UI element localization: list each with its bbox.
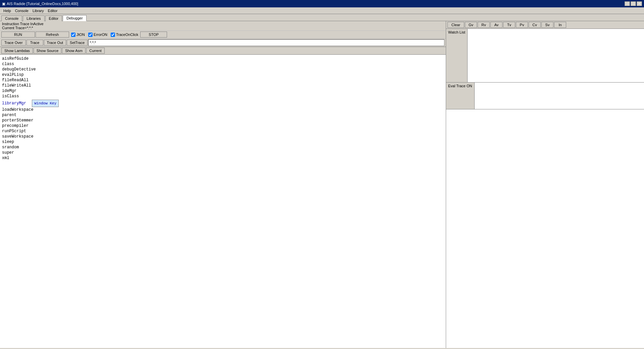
jtOn-checkbox[interactable]: [71, 33, 75, 37]
run-button[interactable]: RUN: [1, 32, 35, 38]
refresh-button[interactable]: Refresh: [36, 32, 69, 38]
toolbar-row-3: Show Lambdas Show Source Show Asm Curren…: [0, 47, 446, 55]
watch-section: Watch List: [446, 29, 644, 83]
eval-trace-label: Eval Trace ON: [446, 83, 475, 109]
jtOn-checkbox-label[interactable]: JtON: [71, 33, 85, 37]
sv-button[interactable]: Sv: [541, 22, 553, 28]
close-button[interactable]: ✕: [637, 1, 642, 6]
content-area[interactable]: aisRefGuide class debugDetective evalPLi…: [0, 55, 446, 348]
window-title: AIS Radide [Tutorial_OnlineDocs,1000,400…: [7, 2, 78, 6]
current-button[interactable]: Current: [86, 48, 105, 54]
menu-console[interactable]: Console: [13, 8, 31, 13]
main-area: Instruction Trace InActive Current Trace…: [0, 21, 644, 348]
rv-button[interactable]: Rv: [478, 22, 490, 28]
list-item: aisRefGuide: [2, 56, 444, 61]
list-item: saveWorkspace: [2, 134, 444, 139]
list-item: evalPLisp: [2, 72, 444, 78]
list-item: isClass: [2, 94, 444, 99]
show-lambdas-button[interactable]: Show Lambdas: [1, 48, 33, 54]
list-item: libraryMgr Window Key: [2, 99, 444, 107]
window-key-tooltip: Window Key: [32, 100, 59, 107]
menu-bar: Help Console Library Editor: [0, 7, 644, 14]
list-item: sleep: [2, 139, 444, 145]
title-bar-controls: ─ □ ✕: [625, 1, 642, 6]
errorOn-label: ErrorON: [94, 33, 107, 37]
trace-over-button[interactable]: Trace Over: [1, 40, 26, 46]
list-item: ideMgr: [2, 88, 444, 94]
list-item: loadWorkspace: [2, 107, 444, 112]
tv-button[interactable]: Tv: [503, 22, 515, 28]
list-item: fileWriteAll: [2, 83, 444, 88]
stop-button[interactable]: STOP: [140, 32, 167, 38]
right-panel: Clear Gv Rv Av Tv Pv Cv Sv In Watch List…: [446, 21, 644, 348]
tab-libraries[interactable]: Libraries: [23, 15, 44, 21]
menu-help[interactable]: Help: [1, 8, 13, 13]
current-trace-label: Current Trace=*:*:*: [2, 26, 444, 30]
show-asm-button[interactable]: Show Asm: [62, 48, 86, 54]
list-item: porterStemmer: [2, 118, 444, 123]
toolbar-row-2: Trace Over Trace Trace Out SetTrace: [0, 39, 446, 47]
errorOn-checkbox[interactable]: [88, 33, 93, 37]
list-item: class: [2, 61, 444, 67]
tab-debugger[interactable]: Debugger: [63, 15, 86, 21]
menu-editor[interactable]: Editor: [46, 8, 60, 13]
trace-button[interactable]: Trace: [26, 40, 43, 46]
title-bar-left: ▣ AIS Radide [Tutorial_OnlineDocs,1000,4…: [2, 2, 78, 6]
jtOn-label: JtON: [76, 33, 85, 37]
tab-editor[interactable]: Editor: [45, 15, 62, 21]
tabs-row: Console Libraries Editor Debugger: [0, 14, 644, 21]
gv-button[interactable]: Gv: [465, 22, 477, 28]
trace-out-button[interactable]: Trace Out: [44, 40, 66, 46]
cv-button[interactable]: Cv: [529, 22, 541, 28]
watch-list-content[interactable]: [468, 29, 644, 82]
info-bar: Instruction Trace InActive Current Trace…: [0, 21, 446, 31]
window-icon: ▣: [2, 2, 5, 6]
errorOn-checkbox-label[interactable]: ErrorON: [88, 33, 107, 37]
trace-input[interactable]: [88, 39, 444, 46]
pv-button[interactable]: Pv: [516, 22, 528, 28]
list-item: super: [2, 150, 444, 155]
left-panel: Instruction Trace InActive Current Trace…: [0, 21, 446, 348]
bottom-section[interactable]: [446, 109, 644, 348]
list-item: debugDetective: [2, 67, 444, 72]
list-item: precompiler: [2, 123, 444, 129]
traceOnClick-checkbox[interactable]: [111, 33, 115, 37]
list-item: xml: [2, 155, 444, 161]
in-button[interactable]: In: [554, 22, 566, 28]
list-item: runPScript: [2, 129, 444, 134]
minimize-button[interactable]: ─: [625, 1, 630, 6]
set-trace-button[interactable]: SetTrace: [67, 40, 88, 46]
tab-console[interactable]: Console: [1, 15, 22, 21]
right-sections: Watch List Eval Trace ON: [446, 29, 644, 348]
menu-library[interactable]: Library: [31, 8, 46, 13]
list-item: fileReadAll: [2, 78, 444, 83]
list-item: parent: [2, 112, 444, 118]
traceOnClick-label: TraceOnClick: [116, 33, 138, 37]
list-item: srandom: [2, 145, 444, 150]
clear-button[interactable]: Clear: [447, 22, 464, 28]
right-top-buttons: Clear Gv Rv Av Tv Pv Cv Sv In: [446, 21, 644, 29]
watch-list-label: Watch List: [446, 29, 468, 82]
title-bar: ▣ AIS Radide [Tutorial_OnlineDocs,1000,4…: [0, 0, 644, 7]
maximize-button[interactable]: □: [631, 1, 636, 6]
instruction-trace-label: Instruction Trace InActive: [2, 22, 444, 26]
show-source-button[interactable]: Show Source: [34, 48, 61, 54]
eval-section: Eval Trace ON: [446, 83, 644, 109]
toolbar-row-1: RUN Refresh JtON ErrorON TraceOnClick ST…: [0, 31, 446, 39]
eval-trace-content[interactable]: [475, 83, 644, 109]
traceOnClick-checkbox-label[interactable]: TraceOnClick: [111, 33, 138, 37]
av-button[interactable]: Av: [490, 22, 502, 28]
